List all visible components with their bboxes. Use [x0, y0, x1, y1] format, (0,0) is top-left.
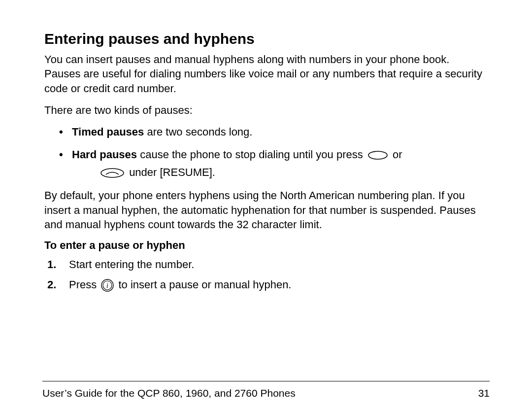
timed-pause-text: are two seconds long.	[144, 126, 252, 138]
footer-title: User’s Guide for the QCP 860, 1960, and …	[42, 387, 296, 399]
intro-paragraph: You can insert pauses and manual hyphens…	[44, 52, 488, 96]
oval-button-icon	[367, 150, 388, 160]
step-2-before: Press	[69, 278, 100, 291]
hard-pause-text-or: or	[393, 148, 402, 161]
section-heading: Entering pauses and hyphens	[44, 30, 488, 48]
default-paragraph: By default, your phone enters hyphens us…	[44, 188, 488, 232]
svg-point-1	[101, 169, 124, 177]
hard-pause-label: Hard pauses	[72, 148, 137, 161]
hard-pause-text-after: under [RESUME].	[129, 166, 215, 178]
oval-arc-button-icon	[100, 168, 125, 178]
procedure-steps: Start entering the number. Press i to in…	[44, 256, 488, 293]
manual-page: Entering pauses and hyphens You can inse…	[0, 0, 532, 411]
list-item: Hard pauses cause the phone to stop dial…	[59, 147, 488, 180]
step-2: Press i to insert a pause or manual hyph…	[47, 276, 488, 293]
step-1: Start entering the number.	[47, 256, 488, 273]
pause-kinds-list: Timed pauses are two seconds long. Hard …	[44, 124, 488, 180]
hard-pause-text-before: cause the phone to stop dialing until yo…	[137, 148, 366, 161]
procedure-heading: To enter a pause or hyphen	[44, 239, 488, 252]
page-number: 31	[478, 387, 490, 399]
list-item: Timed pauses are two seconds long.	[59, 124, 488, 140]
timed-pause-label: Timed pauses	[72, 126, 144, 138]
info-button-icon: i	[101, 279, 114, 292]
footer-rule	[42, 381, 490, 381]
step-2-after: to insert a pause or manual hyphen.	[118, 278, 291, 291]
two-kinds-paragraph: There are two kinds of pauses:	[44, 103, 488, 118]
svg-point-0	[368, 151, 387, 159]
page-footer: User’s Guide for the QCP 860, 1960, and …	[42, 387, 490, 399]
svg-text:i: i	[106, 282, 108, 289]
